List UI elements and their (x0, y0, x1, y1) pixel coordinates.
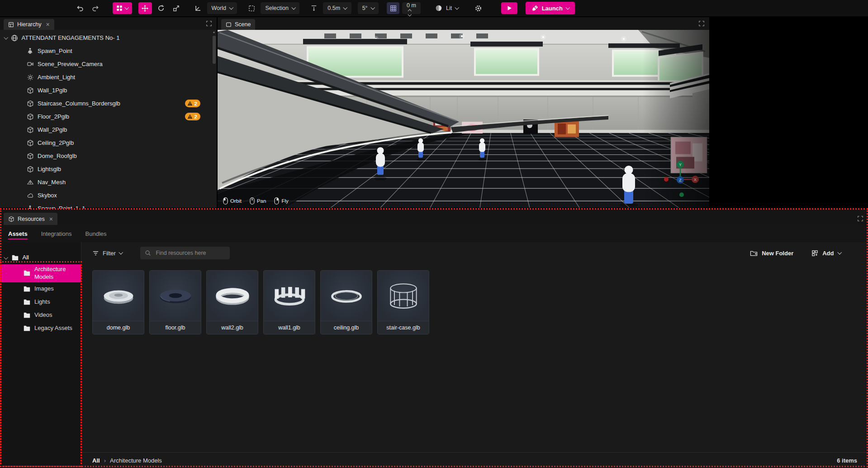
snap-rotate-dropdown[interactable]: 5° (358, 2, 379, 14)
asset-label: wall1.glb (264, 321, 315, 334)
asset-card-wall2-glb[interactable]: wall2.glb (206, 270, 258, 334)
hierarchy-item-lightsglb[interactable]: Lightsglb (0, 162, 217, 176)
folder-label: Lights (34, 298, 50, 306)
hierarchy-item-wall-2pglb[interactable]: Wall_2Pglb (0, 123, 217, 136)
warning-badge[interactable]: 2 (185, 113, 200, 120)
add-button[interactable]: Add (811, 250, 841, 257)
tab-integrations[interactable]: Integrations (41, 225, 72, 242)
undo-button[interactable] (74, 2, 86, 14)
hierarchy-item-dome-roofglb[interactable]: Dome_Roofglb (0, 149, 217, 162)
mouse-middle-icon (250, 197, 255, 205)
hierarchy-item-label: Wall_1Pglb (38, 87, 67, 94)
folder-legacy-assets[interactable]: Legacy Assets (0, 322, 81, 335)
hierarchy-tab[interactable]: Hierarchy × (4, 19, 54, 30)
new-folder-button[interactable]: New Folder (750, 250, 793, 257)
selection-mode-button[interactable] (245, 2, 258, 14)
resources-header: Resources × (0, 209, 868, 225)
world-dropdown[interactable]: World (207, 2, 237, 14)
folder-label: Legacy Assets (34, 325, 72, 332)
snap-move-dropdown[interactable]: 0.5m (323, 2, 351, 14)
resources-footer: All›Architecture Models 6 items (81, 452, 868, 468)
hierarchy-root-item[interactable]: ATTENDANT ENGAGEMENTS No- 1 (0, 31, 217, 44)
filter-button[interactable]: Filter (92, 250, 122, 257)
play-button[interactable] (501, 2, 517, 14)
hierarchy-item-nav-mesh[interactable]: Nav_Mesh (0, 176, 217, 189)
expand-icon[interactable] (698, 20, 705, 27)
scene-tab-icon (226, 22, 232, 28)
filter-label: Filter (103, 250, 116, 257)
move-tool-button[interactable] (138, 2, 152, 14)
skybox-icon (26, 191, 34, 199)
asset-thumbnail (321, 271, 372, 321)
hierarchy-item-ceiling-2pglb[interactable]: Ceiling_2Pglb (0, 136, 217, 149)
rotate-tool-button[interactable] (155, 2, 167, 14)
asset-card-stair-case-glb[interactable]: stair-case.glb (377, 270, 429, 334)
asset-card-floor-glb[interactable]: floor.glb (149, 270, 201, 334)
snap-icon-button[interactable] (308, 2, 320, 14)
grid-height-stepper[interactable]: 0 m (402, 2, 421, 14)
redo-button[interactable] (89, 2, 102, 14)
chevron-down-icon (119, 250, 123, 254)
scene-viewport[interactable]: Y Z X (218, 30, 709, 208)
hierarchy-item-spawn-point[interactable]: Spawn_Point (0, 44, 217, 57)
folder-all[interactable]: All (0, 251, 81, 264)
grid-plane-toggle[interactable] (387, 2, 399, 14)
chevron-down-icon (125, 5, 129, 10)
hierarchy-item-staircase-columns-bordersglb[interactable]: Staircase_Columns_Bordersglb 2 (0, 97, 217, 110)
warning-badge[interactable]: 2 (185, 100, 200, 107)
folder-lights[interactable]: Lights (0, 296, 81, 309)
viewport-control-pan: Pan (250, 197, 266, 205)
folder-videos[interactable]: Videos (0, 309, 81, 322)
tab-bundles[interactable]: Bundles (85, 225, 107, 242)
folder-tree: All Architecture Models Images Lights Vi… (0, 242, 81, 468)
folder-label: Videos (34, 311, 52, 319)
layout-grid-button[interactable] (113, 2, 132, 14)
viewport-control-label: Orbit (230, 198, 242, 204)
asset-card-wall1-glb[interactable]: wall1.glb (263, 270, 315, 334)
folder-images[interactable]: Images (0, 282, 81, 296)
selection-dropdown[interactable]: Selection (261, 2, 299, 14)
viewport-controls: Orbit Pan Fly (223, 197, 289, 205)
expand-icon[interactable] (857, 215, 863, 222)
expand-icon[interactable] (206, 20, 212, 27)
folder-architecture-models[interactable]: Architecture Models (0, 264, 81, 282)
hierarchy-item-skybox[interactable]: Skybox (0, 189, 217, 202)
resources-main: Filter New Folder Add (81, 242, 868, 468)
search-input[interactable] (155, 249, 225, 257)
breadcrumb: All›Architecture Models (92, 457, 162, 464)
close-icon[interactable]: × (49, 216, 53, 222)
folder-label: Architecture Models (34, 266, 78, 281)
hierarchy-item-ambient-light[interactable]: Ambient_Light (0, 71, 217, 84)
launch-button[interactable]: Launch (526, 2, 575, 14)
hierarchy-item-label: Staircase_Columns_Bordersglb (38, 100, 120, 107)
scrollbar-thumb[interactable] (213, 36, 216, 64)
viewport-control-label: Pan (257, 198, 266, 204)
scene-render: Y Z X (218, 30, 709, 208)
resources-tab[interactable]: Resources × (4, 213, 57, 225)
hierarchy-item-wall-1pglb[interactable]: Wall_1Pglb (0, 84, 217, 97)
asset-card-dome-glb[interactable]: dome.glb (92, 270, 144, 334)
viewport-control-orbit: Orbit (223, 197, 242, 205)
cube-icon (26, 86, 34, 94)
tab-assets[interactable]: Assets (8, 225, 28, 242)
asset-card-ceiling-glb[interactable]: ceiling.glb (320, 270, 372, 334)
breadcrumb-item[interactable]: All (92, 457, 100, 464)
chevron-down-icon[interactable] (4, 35, 8, 39)
search-box[interactable] (140, 247, 230, 259)
transform-space-button[interactable] (192, 2, 204, 14)
close-icon[interactable]: × (46, 21, 50, 28)
settings-button[interactable] (472, 2, 485, 14)
step-down-icon[interactable] (408, 12, 412, 16)
scale-tool-button[interactable] (170, 2, 183, 14)
asset-label: ceiling.glb (321, 321, 372, 334)
scroll-up-icon[interactable]: ▲ (212, 30, 216, 33)
render-mode-dropdown[interactable]: Lit (431, 2, 463, 14)
hierarchy-item-spawn-point-1-1[interactable]: Spawn_Point_1_1 (0, 202, 217, 209)
breadcrumb-item[interactable]: Architecture Models (110, 457, 162, 464)
hierarchy-item-scene-preview-camera[interactable]: Scene_Preview_Camera (0, 57, 217, 71)
hierarchy-scrollbar[interactable]: ▲ (212, 30, 216, 209)
spawn-icon (26, 47, 34, 55)
scene-tab[interactable]: Scene (221, 19, 255, 30)
move-icon (142, 5, 148, 12)
hierarchy-item-floor-2pglb[interactable]: Floor_2Pglb 2 (0, 110, 217, 123)
